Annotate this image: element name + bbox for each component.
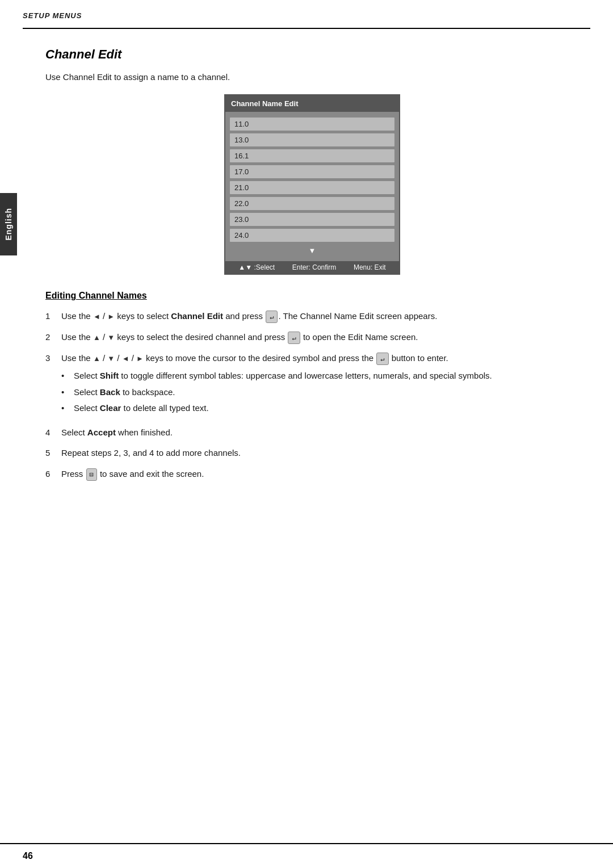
bullet-dot-1: • [61, 370, 72, 383]
step-3: 3 Use the ▲ / ▼ / ◄ / ► keys to move the… [45, 352, 579, 418]
bottom-bar: 46 [0, 843, 613, 868]
step-1: 1 Use the ◄ / ► keys to select Channel E… [45, 310, 579, 323]
ui-mockup-body: 11.0 13.0 16.1 17.0 21.0 22.0 23.0 24.0 … [225, 112, 399, 261]
intro-text: Use Channel Edit to assign a name to a c… [45, 72, 579, 82]
bullet-dot-3: • [61, 402, 72, 415]
ui-channel-row-4[interactable]: 17.0 [230, 165, 394, 178]
step-4-number: 4 [45, 426, 59, 439]
step-4-text: Select Accept when finished. [61, 426, 579, 439]
down-arrow-icon-3: ▼ [107, 353, 115, 364]
steps-list: 1 Use the ◄ / ► keys to select Channel E… [45, 310, 579, 481]
right-arrow-icon-3: ► [136, 353, 144, 364]
step-3-bullets: • Select Shift to toggle different symbo… [61, 370, 579, 415]
main-content: Channel Edit Use Channel Edit to assign … [0, 29, 613, 534]
ui-channel-row-3[interactable]: 16.1 [230, 149, 394, 162]
ui-channel-row-1[interactable]: 11.0 [230, 118, 394, 131]
chapter-title: Channel Edit [45, 47, 579, 62]
page-number: 46 [23, 851, 33, 861]
step-3-text: Use the ▲ / ▼ / ◄ / ► keys to move the c… [61, 352, 579, 418]
step-6: 6 Press ⊟ to save and exit the screen. [45, 468, 579, 481]
bullet-shift-text: Select Shift to toggle different symbol … [74, 370, 492, 383]
up-arrow-icon-2: ▲ [93, 332, 100, 343]
step-3-number: 3 [45, 352, 59, 365]
footer-select: ▲▼ :Select [238, 263, 275, 271]
step-1-text: Use the ◄ / ► keys to select Channel Edi… [61, 310, 579, 323]
enter-button-icon-1: ↵ [266, 311, 278, 323]
bullet-clear: • Select Clear to delete all typed text. [61, 402, 579, 415]
ui-channel-row-8[interactable]: 24.0 [230, 229, 394, 242]
shift-bold: Shift [100, 371, 119, 380]
left-arrow-icon-3: ◄ [122, 353, 129, 364]
step-5-text: Repeat steps 2, 3, and 4 to add more cha… [61, 447, 579, 460]
ui-mockup-title: Channel Name Edit [225, 95, 399, 112]
step-2: 2 Use the ▲ / ▼ keys to select the desir… [45, 331, 579, 344]
ui-mockup-wrapper: Channel Name Edit 11.0 13.0 16.1 17.0 21… [45, 94, 579, 275]
menu-button-icon: ⊟ [86, 468, 97, 481]
up-arrow-icon-3: ▲ [93, 353, 100, 364]
clear-bold: Clear [100, 403, 121, 413]
ui-channel-row-7[interactable]: 23.0 [230, 213, 394, 226]
enter-button-icon-2: ↵ [288, 332, 300, 344]
step-6-number: 6 [45, 468, 59, 481]
section-header-label: Setup Menus [23, 11, 82, 20]
ui-scroll-arrow: ▼ [230, 245, 394, 258]
sidebar-label: English [4, 208, 13, 241]
bullet-back: • Select Back to backspace. [61, 386, 579, 399]
bullet-clear-text: Select Clear to delete all typed text. [74, 402, 209, 415]
down-arrow-icon-2: ▼ [107, 332, 115, 343]
bullet-back-text: Select Back to backspace. [74, 386, 175, 399]
enter-button-icon-3: ↵ [376, 353, 388, 365]
sidebar-tab: English [0, 193, 17, 255]
ui-mockup: Channel Name Edit 11.0 13.0 16.1 17.0 21… [224, 94, 400, 275]
left-arrow-icon: ◄ [93, 311, 100, 322]
ui-channel-row-6[interactable]: 22.0 [230, 197, 394, 210]
ui-channel-row-5[interactable]: 21.0 [230, 181, 394, 194]
step-5-number: 5 [45, 447, 59, 460]
step-6-text: Press ⊟ to save and exit the screen. [61, 468, 579, 481]
right-arrow-icon: ► [107, 311, 115, 322]
step-2-number: 2 [45, 331, 59, 344]
ui-channel-row-2[interactable]: 13.0 [230, 133, 394, 146]
step-1-number: 1 [45, 310, 59, 323]
ui-mockup-footer: ▲▼ :Select Enter: Confirm Menu: Exit [225, 261, 399, 274]
bullet-dot-2: • [61, 386, 72, 399]
editing-channel-names-heading: Editing Channel Names [45, 291, 579, 301]
channel-edit-bold: Channel Edit [171, 311, 223, 321]
step-2-text: Use the ▲ / ▼ keys to select the desired… [61, 331, 579, 344]
top-header: Setup Menus [0, 0, 613, 24]
accept-bold: Accept [87, 427, 116, 437]
bullet-shift: • Select Shift to toggle different symbo… [61, 370, 579, 383]
step-4: 4 Select Accept when finished. [45, 426, 579, 439]
page-wrapper: English Setup Menus Channel Edit Use Cha… [0, 0, 613, 868]
step-5: 5 Repeat steps 2, 3, and 4 to add more c… [45, 447, 579, 460]
footer-exit: Menu: Exit [354, 263, 386, 271]
back-bold: Back [100, 387, 120, 397]
footer-confirm: Enter: Confirm [292, 263, 336, 271]
